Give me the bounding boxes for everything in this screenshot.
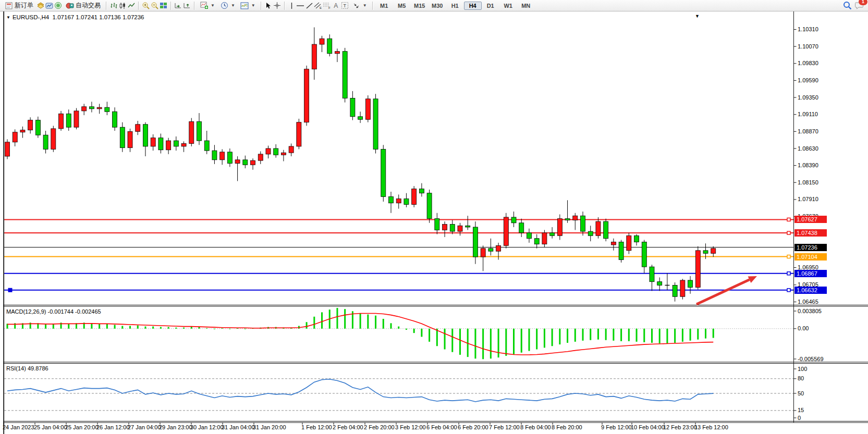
macd-histogram-bar <box>613 329 614 341</box>
candle-body <box>496 245 501 251</box>
candle-body <box>59 114 64 129</box>
candle-body <box>427 193 432 219</box>
candle-body <box>588 231 593 235</box>
macd-histogram-bar <box>114 325 116 328</box>
timeframe-m1[interactable]: M1 <box>375 2 393 10</box>
timeframe-h4[interactable]: H4 <box>464 2 482 10</box>
macd-histogram-bar <box>206 328 207 329</box>
candle-body <box>450 225 455 232</box>
zoom-out-icon[interactable] <box>150 1 159 10</box>
timeframe-m30[interactable]: M30 <box>429 2 446 10</box>
auto-trading-button[interactable]: 自动交易 <box>63 0 103 11</box>
bar-chart-mode-icon[interactable] <box>109 1 118 10</box>
templates-button[interactable]: ▼ <box>238 0 258 11</box>
candle-body <box>20 130 25 132</box>
candle-body <box>573 216 578 220</box>
candle-body <box>128 131 132 147</box>
candle-body <box>703 251 708 253</box>
trendline-tool-icon[interactable] <box>305 1 314 10</box>
notifications-chat-icon[interactable]: 1 <box>855 1 864 10</box>
hline-handle[interactable] <box>787 255 790 258</box>
candle-body <box>35 120 40 135</box>
macd-histogram-bar <box>336 308 338 329</box>
indicators-button[interactable]: ▼ <box>197 0 217 11</box>
candle-body <box>74 111 79 127</box>
arrows-tool-button[interactable]: ▼ <box>349 0 370 11</box>
timeframe-mn[interactable]: MN <box>517 2 535 10</box>
equidistant-channel-tool-icon[interactable]: E <box>314 1 323 10</box>
text-label-tool-icon[interactable]: T <box>340 1 349 10</box>
candle-body <box>97 107 102 109</box>
timeframe-d1[interactable]: D1 <box>482 2 499 10</box>
macd-histogram-bar <box>45 324 46 328</box>
candle-body <box>289 146 294 153</box>
candle-body <box>297 122 301 146</box>
candle-body <box>274 148 278 155</box>
text-tool-icon[interactable]: A <box>332 1 340 10</box>
macd-histogram-bar <box>444 329 446 350</box>
macd-histogram-bar <box>559 329 560 344</box>
candle-body <box>534 239 539 244</box>
candle-body <box>488 249 493 251</box>
svg-text:T: T <box>343 3 346 8</box>
svg-text:E: E <box>320 6 322 9</box>
candle-body <box>581 216 585 231</box>
candle-body <box>304 69 309 122</box>
candle-body <box>166 141 171 150</box>
candle-body <box>565 219 570 220</box>
indicators-caret: ▼ <box>211 3 215 8</box>
main-toolbar: 新订单 自动交易 <box>0 0 868 11</box>
zoom-in-icon[interactable] <box>141 1 150 10</box>
auto-scroll-icon[interactable] <box>174 1 182 10</box>
hline-handle[interactable] <box>787 272 790 275</box>
candle-body <box>619 242 624 260</box>
macd-histogram-bar <box>413 329 415 333</box>
periods-caret: ▼ <box>231 3 235 8</box>
candle-body <box>711 249 716 254</box>
chart-shift-icon[interactable] <box>182 1 191 10</box>
annotation-arrow-shaft[interactable] <box>696 280 749 304</box>
macd-histogram-bar <box>482 329 484 359</box>
vertical-line-tool-icon[interactable] <box>287 1 296 10</box>
candle-body <box>673 285 677 296</box>
new-order-button[interactable]: 新订单 <box>2 0 36 11</box>
hline-handle[interactable] <box>8 288 12 292</box>
candle-body <box>258 154 263 160</box>
market-watch-icon[interactable] <box>36 1 45 10</box>
candle-body <box>381 149 386 196</box>
horizontal-line-tool-icon[interactable] <box>296 1 305 10</box>
hline-handle[interactable] <box>787 231 790 234</box>
hline-handle[interactable] <box>787 218 790 221</box>
macd-histogram-bar <box>659 329 661 343</box>
crosshair-icon[interactable] <box>273 1 282 10</box>
candle-body <box>105 107 109 111</box>
timeframe-m5[interactable]: M5 <box>393 2 411 10</box>
macd-histogram-bar <box>390 323 392 328</box>
strategy-tester-icon[interactable] <box>54 1 63 10</box>
candlestick-mode-icon[interactable] <box>118 1 127 10</box>
candle-body <box>542 233 547 244</box>
timeframe-m15[interactable]: M15 <box>411 2 429 10</box>
chart-canvas[interactable] <box>0 0 868 434</box>
fibonacci-tool-icon[interactable]: F <box>323 1 332 10</box>
tile-windows-icon[interactable] <box>159 1 168 10</box>
data-window-icon[interactable] <box>45 1 54 10</box>
trading-platform-window: { "toolbar": { "new_order_label": "新订单",… <box>0 0 868 434</box>
candle-body <box>28 120 33 130</box>
periods-button[interactable]: ▼ <box>217 0 238 11</box>
timeframe-h1[interactable]: H1 <box>446 2 464 10</box>
line-chart-mode-icon[interactable] <box>127 1 136 10</box>
candle-body <box>466 226 470 227</box>
search-icon[interactable] <box>843 1 852 10</box>
candle-body <box>550 233 555 235</box>
candle-body <box>557 219 562 236</box>
templates-icon <box>240 1 249 10</box>
candle-body <box>634 235 639 242</box>
macd-histogram-bar <box>505 329 507 356</box>
candle-body <box>695 251 700 288</box>
hline-handle[interactable] <box>787 289 790 292</box>
cursor-icon[interactable] <box>264 1 273 10</box>
macd-histogram-bar <box>697 329 699 340</box>
timeframe-w1[interactable]: W1 <box>499 2 517 10</box>
candle-body <box>350 98 355 116</box>
